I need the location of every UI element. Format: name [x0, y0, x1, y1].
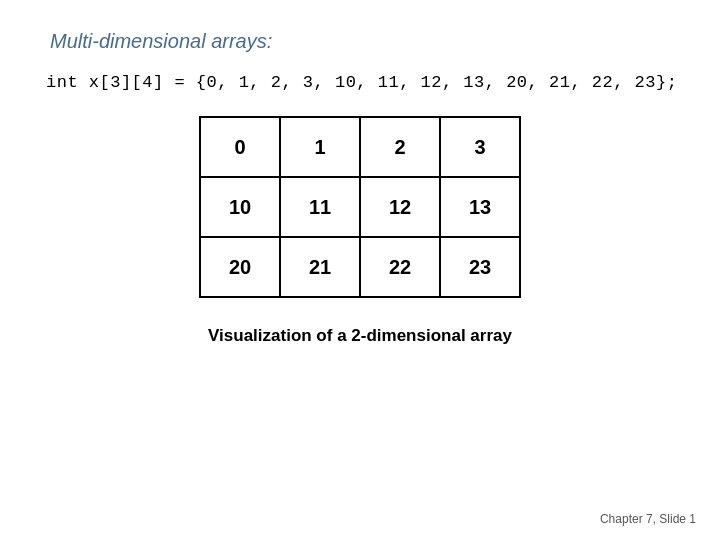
table-cell: 22: [360, 237, 440, 297]
table-cell: 11: [280, 177, 360, 237]
visualization-caption: Visualization of a 2-dimensional array: [40, 326, 680, 346]
code-line: int x[3][4] = {0, 1, 2, 3, 10, 11, 12, 1…: [46, 73, 680, 92]
table-cell: 20: [200, 237, 280, 297]
table-cell: 10: [200, 177, 280, 237]
table-cell: 2: [360, 117, 440, 177]
table-cell: 23: [440, 237, 520, 297]
slide-number: Chapter 7, Slide 1: [600, 512, 696, 526]
table-cell: 13: [440, 177, 520, 237]
table-cell: 3: [440, 117, 520, 177]
table-cell: 1: [280, 117, 360, 177]
array-table-wrapper: 01231011121320212223: [40, 116, 680, 298]
table-cell: 12: [360, 177, 440, 237]
table-cell: 21: [280, 237, 360, 297]
table-row: 20212223: [200, 237, 520, 297]
slide-container: Multi-dimensional arrays: int x[3][4] = …: [0, 0, 720, 540]
table-cell: 0: [200, 117, 280, 177]
slide-title: Multi-dimensional arrays:: [50, 30, 680, 53]
table-row: 10111213: [200, 177, 520, 237]
array-table: 01231011121320212223: [199, 116, 521, 298]
table-row: 0123: [200, 117, 520, 177]
